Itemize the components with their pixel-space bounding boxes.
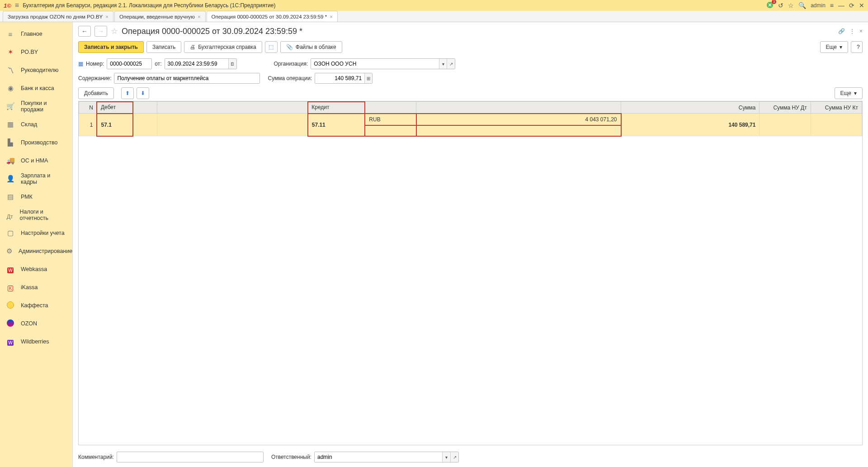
sum-input[interactable] xyxy=(315,73,364,83)
sidebar-item-tax[interactable]: ДтНалоги и отчетность xyxy=(0,206,72,224)
cell-credit-cur2[interactable] xyxy=(365,125,416,136)
cell-credit-cur[interactable]: RUB xyxy=(365,114,416,125)
desc-input[interactable] xyxy=(114,73,259,83)
cell-debit-sub1[interactable] xyxy=(133,114,157,136)
doc-type-icon[interactable]: ▦ xyxy=(78,61,83,67)
cell-sum-nu-kt[interactable] xyxy=(811,114,862,136)
move-up-button[interactable]: ⬆ xyxy=(121,87,134,99)
arrow-up-icon: ⬆ xyxy=(125,90,130,96)
sidebar-item-settings[interactable]: ▢Настройки учета xyxy=(0,224,72,242)
tab-close-icon[interactable]: × xyxy=(105,14,108,19)
col-debit[interactable]: Дебет xyxy=(97,102,133,114)
add-row-button[interactable]: Добавить xyxy=(78,87,114,99)
responsible-dropdown-icon[interactable]: ▾ xyxy=(442,452,450,462)
table-more-button[interactable]: Еще ▾ xyxy=(835,87,863,99)
factory-icon: ▙ xyxy=(6,138,14,147)
cell-credit-val2[interactable] xyxy=(416,125,621,136)
cell-sum[interactable]: 140 589,71 xyxy=(621,114,760,136)
org-open-icon[interactable]: ↗ xyxy=(447,59,455,69)
sidebar-item-warehouse[interactable]: ▦Склад xyxy=(0,115,72,133)
home-icon: ≡ xyxy=(6,30,14,38)
menu-icon[interactable]: ≡ xyxy=(15,1,19,10)
sidebar-item-hr[interactable]: 👤Зарплата и кадры xyxy=(0,170,72,188)
chevron-down-icon: ▾ xyxy=(854,90,857,96)
sidebar-item-bank[interactable]: ◉Банк и касса xyxy=(0,79,72,97)
responsible-open-icon[interactable]: ↗ xyxy=(450,452,458,462)
sum-input-wrap: ⊞ xyxy=(315,73,373,84)
col-credit-val[interactable] xyxy=(416,102,621,114)
move-down-button[interactable]: ⬇ xyxy=(137,87,149,99)
col-debit-sub2[interactable] xyxy=(157,102,308,114)
sidebar-item-sales[interactable]: 🛒Покупки и продажи xyxy=(0,97,72,115)
favorite-star-icon[interactable]: ☆ xyxy=(111,26,118,36)
tab-0[interactable]: Загрузка продаж OZON по дням PO.BY × xyxy=(3,11,113,22)
search-icon[interactable]: 🔍 xyxy=(798,2,806,9)
cell-credit-val[interactable]: 4 043 071,20 xyxy=(416,114,621,125)
favorites-icon[interactable]: ☆ xyxy=(788,2,794,9)
cell-debit-sub2[interactable] xyxy=(157,114,308,136)
tab-close-icon[interactable]: × xyxy=(198,14,201,19)
cell-n[interactable]: 1 xyxy=(79,114,97,136)
nav-back-button[interactable]: ← xyxy=(78,26,91,37)
date-input[interactable] xyxy=(165,59,228,69)
link-icon[interactable]: 🔗 xyxy=(838,28,845,34)
col-sum-nu-dt[interactable]: Сумма НУ Дт xyxy=(760,102,811,114)
more-button[interactable]: Еще ▾ xyxy=(820,41,848,53)
dtct-button[interactable]: ⬚ xyxy=(265,41,278,53)
sidebar-item-production[interactable]: ▙Производство xyxy=(0,133,72,152)
col-sum[interactable]: Сумма xyxy=(621,102,760,114)
sidebar-item-assets[interactable]: 🚚ОС и НМА xyxy=(0,152,72,170)
calendar-icon[interactable]: 🗓 xyxy=(228,59,236,69)
close-page-icon[interactable]: × xyxy=(859,28,863,34)
cell-sum-nu-dt[interactable] xyxy=(760,114,811,136)
minimize-icon[interactable]: — xyxy=(838,2,844,9)
sidebar-item-rmk[interactable]: ▤РМК xyxy=(0,188,72,206)
history-icon[interactable]: ↺ xyxy=(778,2,783,9)
tab-1[interactable]: Операции, введенные вручную × xyxy=(114,11,206,22)
sidebar-item-admin[interactable]: ⚙Администрирование xyxy=(0,242,72,260)
comment-input[interactable] xyxy=(117,452,263,462)
col-sum-nu-kt[interactable]: Сумма НУ Кт xyxy=(811,102,862,114)
print-button[interactable]: 🖨Бухгалтерская справка xyxy=(184,41,262,53)
sidebar-item-kaffesta[interactable]: Каффеста xyxy=(0,296,72,315)
sidebar-item-poby[interactable]: ✶PO.BY xyxy=(0,43,72,61)
person-icon: 👤 xyxy=(6,175,14,183)
table-row[interactable]: 1 57.1 57.11 RUB 4 043 071,20 140 589,71 xyxy=(79,114,862,125)
nav-forward-button[interactable]: → xyxy=(94,26,107,37)
user-name[interactable]: admin xyxy=(811,2,826,9)
sidebar-item-manager[interactable]: 〽Руководителю xyxy=(0,61,72,79)
number-input[interactable] xyxy=(107,59,151,69)
settings-icon[interactable]: ≡ xyxy=(830,2,834,9)
col-n[interactable]: N xyxy=(79,102,97,114)
sidebar-item-main[interactable]: ≡Главное xyxy=(0,25,72,43)
btn-label: Добавить xyxy=(84,90,108,96)
responsible-label: Ответственный: xyxy=(271,454,311,460)
help-button[interactable]: ? xyxy=(851,41,863,53)
printer-icon: 🖨 xyxy=(190,44,195,50)
sidebar-item-webkassa[interactable]: WWebkassa xyxy=(0,260,72,278)
sidebar-item-wildberries[interactable]: WWildberries xyxy=(0,333,72,351)
files-button[interactable]: 📎Файлы в облаке xyxy=(280,41,342,53)
save-close-button[interactable]: Записать и закрыть xyxy=(78,41,144,53)
document-tabs: Загрузка продаж OZON по дням PO.BY × Опе… xyxy=(0,11,868,22)
close-icon[interactable]: ✕ xyxy=(859,2,864,9)
cell-debit-acc[interactable]: 57.1 xyxy=(97,114,133,136)
calculator-icon[interactable]: ⊞ xyxy=(364,73,372,83)
maximize-icon[interactable]: ⟳ xyxy=(849,2,854,9)
col-credit[interactable]: Кредит xyxy=(308,102,365,114)
notifications-icon[interactable]: 1 xyxy=(766,1,774,10)
truck-icon: 🚚 xyxy=(6,157,14,165)
sidebar-item-ikassa[interactable]: KiKassa xyxy=(0,278,72,296)
org-dropdown-icon[interactable]: ▾ xyxy=(439,59,447,69)
col-credit-cur[interactable] xyxy=(365,102,416,114)
boxes-icon: ▦ xyxy=(6,120,14,129)
cell-credit-acc[interactable]: 57.11 xyxy=(308,114,365,136)
save-button[interactable]: Записать xyxy=(146,41,181,53)
more-vertical-icon[interactable]: ⋮ xyxy=(849,28,855,34)
tab-2[interactable]: Операция 0000-000025 от 30.09.2024 23:59… xyxy=(207,11,338,22)
responsible-input[interactable] xyxy=(315,452,442,462)
tab-close-icon[interactable]: × xyxy=(330,14,333,19)
col-debit-sub1[interactable] xyxy=(133,102,157,114)
sidebar-item-ozon[interactable]: OZON xyxy=(0,315,72,333)
org-input[interactable] xyxy=(311,59,439,69)
